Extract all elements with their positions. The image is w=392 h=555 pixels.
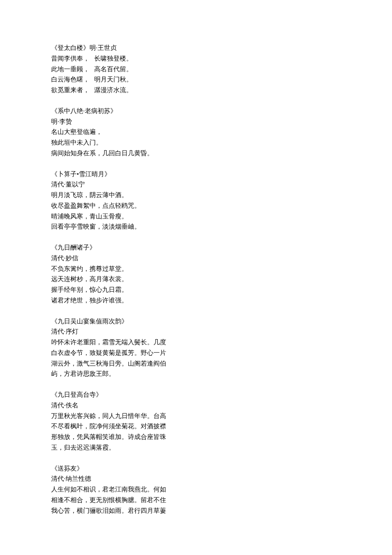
poem-line: 《送荪友》: [51, 463, 187, 474]
poem-line: 人生何如不相识，君老江南我燕北。何如: [51, 484, 187, 495]
poem-line: 万里秋光客兴赊，同人九日惜年华。台高: [51, 411, 187, 421]
poem-line: 《九日吴山宴集值雨次韵》: [51, 316, 187, 327]
poem-block: 《九日酬诸子》清代·妙信不负东篱约，携尊过草堂。远天连树杪，高月薄衣裳。握手经年…: [51, 242, 187, 306]
poem-line: 屿，方君诗思敌王郎。: [51, 369, 187, 379]
poem-line: 收尽盈盈舞絮中，点点轻鸥咒。: [51, 200, 187, 211]
poem-block: 《九日吴山宴集值雨次韵》清代·序灯吟怀未许老重阳，霜雪无端入鬓长。几度白衣虚令节…: [51, 316, 187, 380]
poem-line: 回看亭亭雪映窗，淡淡烟垂岫。: [51, 221, 187, 232]
document-body: 《登太白楼》明·王世贞昔闻李供奉， 长啸独登楼。此地一垂顾， 高名百代留。白云海…: [51, 43, 392, 516]
poem-line: 白衣虚令节，致疑黄菊是孤芳。野心一片: [51, 348, 187, 358]
poem-block: 《送荪友》清代·纳兰性德人生何如不相识，君老江南我燕北。何如相逢不相合，更无别恨…: [51, 463, 187, 516]
poem-line: 清代·董以宁: [51, 179, 187, 190]
poem-line: 相逢不相合，更无别恨横胸臆。留君不住: [51, 495, 187, 506]
poem-line: 不尽看枫叶，院净何须坐菊花。对酒披襟: [51, 421, 187, 432]
poem-line: 晴浦晚风寒，青山玉骨瘦。: [51, 211, 187, 222]
poem-line: 昔闻李供奉， 长啸独登楼。: [51, 53, 187, 64]
poem-block: 《卜算子•雪江晴月》清代·董以宁明月淡飞琼，阴云薄中酒。收尽盈盈舞絮中，点点轻鸥…: [51, 169, 187, 232]
poem-line: 《九日登高台寺》: [51, 389, 187, 400]
poem-line: 玉，归去迟迟满落霞。: [51, 442, 187, 453]
poem-line: 《登太白楼》明·王世贞: [51, 43, 187, 53]
poem-line: 白云海色曙， 明月天门秋。: [51, 74, 187, 85]
poem-line: 吟怀未许老重阳，霜雪无端入鬓长。几度: [51, 337, 187, 348]
poem-line: 独此垣中未入门。: [51, 137, 187, 148]
poem-block: 《九日登高台寺》清代·佚名万里秋光客兴赊，同人九日惜年华。台高不尽看枫叶，院净何…: [51, 389, 187, 453]
poem-line: 不负东篱约，携尊过草堂。: [51, 264, 187, 274]
poem-line: 清代·佚名: [51, 400, 187, 411]
poem-line: 明·李贽: [51, 116, 187, 127]
poem-line: 清代·妙信: [51, 253, 187, 264]
poem-line: 握手经年别，惊心九日霜。: [51, 285, 187, 295]
poem-line: 清代·序灯: [51, 326, 187, 337]
poem-line: 清代·纳兰性德: [51, 474, 187, 484]
poem-line: 湖云外，激气三秋海日旁。山阁若逢阎伯: [51, 358, 187, 369]
poem-line: 《卜算子•雪江晴月》: [51, 169, 187, 180]
poem-line: 病间始知身在系，几回白日几黄昏。: [51, 148, 187, 159]
poem-line: 此地一垂顾， 高名百代留。: [51, 64, 187, 75]
poem-line: 我心苦，横门骊歌泪如雨。君行四月草萋: [51, 506, 187, 516]
poem-line: 《九日酬诸子》: [51, 242, 187, 253]
poem-line: 远天连树杪，高月薄衣裳。: [51, 274, 187, 285]
poem-block: 《登太白楼》明·王世贞昔闻李供奉， 长啸独登楼。此地一垂顾， 高名百代留。白云海…: [51, 43, 187, 96]
poem-line: 《系中八绝·老病初苏》: [51, 106, 187, 116]
poem-line: 欲觅重来者， 潺漫济水流。: [51, 85, 187, 96]
poem-line: 名山大壑登临遍，: [51, 127, 187, 137]
poem-line: 明月淡飞琼，阴云薄中酒。: [51, 190, 187, 200]
poem-block: 《系中八绝·老病初苏》明·李贽名山大壑登临遍，独此垣中未入门。病间始知身在系，几…: [51, 106, 187, 159]
poem-line: 诸君才绝世，独步许谁强。: [51, 295, 187, 306]
poem-line: 形独放，凭风落帽笑谁加。诗成合座皆珠: [51, 432, 187, 442]
